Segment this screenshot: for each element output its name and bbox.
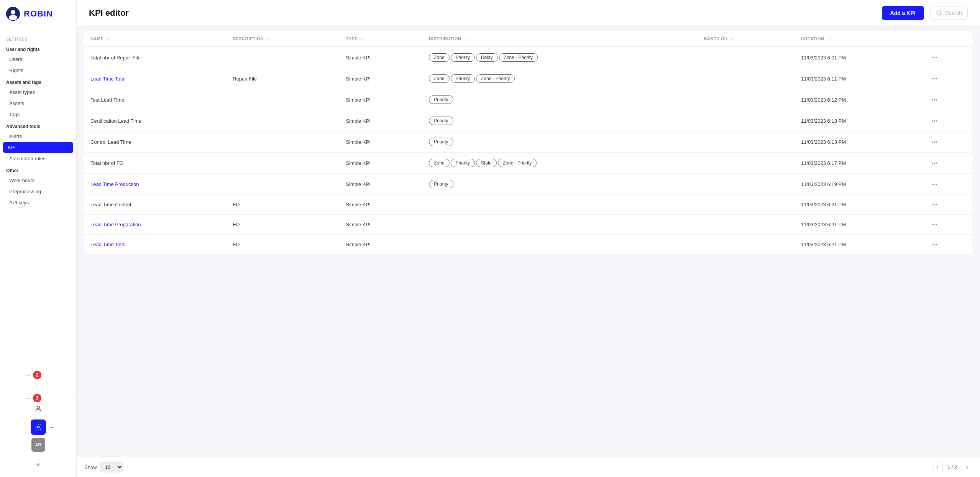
more-actions-button[interactable]: ··· [929,117,939,125]
more-actions-button[interactable]: ··· [929,159,939,168]
cell-description: FO [227,235,340,255]
sidebar-item-alerts[interactable]: Alerts [0,131,76,142]
cell-based-on [698,235,795,255]
person-icon-item[interactable] [31,401,46,416]
cell-type: Simple KPI [340,174,423,195]
cell-name: Lead Time Control [84,195,227,215]
user-initials-avatar[interactable]: AR [31,438,45,452]
main-content: KPI editor Add a KPI Search NAME ↑↓ DESC… [77,0,980,477]
distribution-tag: Delay [476,53,498,62]
cell-distribution [423,215,698,235]
topbar: KPI editor Add a KPI Search [77,0,980,26]
cell-based-on [698,215,795,235]
kpi-name[interactable]: Lead Time Total [90,76,126,82]
cell-creation: 11/03/2023 6:19 PM [795,174,924,195]
sidebar-item-rights[interactable]: Rights [0,65,76,76]
sidebar-item-asset-types[interactable]: Asset types [0,87,76,98]
more-actions-button[interactable]: ··· [929,200,939,209]
gear-icon [34,423,42,431]
more-actions-button[interactable]: ··· [929,220,939,229]
sort-icon-based-on: ↑↓ [730,37,735,41]
sidebar-item-work-hours[interactable]: Work hours [0,175,76,186]
search-bar[interactable]: Search [930,7,968,20]
col-type[interactable]: TYPE ↑↓ [340,31,423,47]
next-page-button[interactable]: › [962,462,972,472]
cell-type: Simple KPI [340,215,423,235]
gear-icon-item[interactable]: ← [31,419,46,435]
sidebar-item-assets[interactable]: Assets [0,98,76,109]
cell-actions: ··· [923,174,972,195]
cell-name: Certification Lead Time [84,110,227,132]
table-row: Certification Lead TimeSimple KPIPriorit… [84,110,972,132]
collapse-button[interactable]: « [0,456,76,472]
cell-distribution [423,195,698,215]
cell-name: Control Lead Time [84,132,227,153]
settings-label: SETTINGS [0,34,76,43]
cell-creation: 11/03/2023 6:13 PM [795,110,924,132]
cell-name: Lead Time Production [84,174,227,195]
page-title: KPI editor [89,8,129,18]
col-distribution[interactable]: DISTRIBUTION ↑↓ [423,31,698,47]
sort-icon-creation: ↑↓ [827,37,831,41]
cell-description [227,89,340,110]
sidebar-item-tags[interactable]: Tags [0,109,76,120]
col-creation[interactable]: CREATION ↑↓ [795,31,924,47]
col-name[interactable]: NAME ↑↓ [84,31,227,47]
sidebar-item-api-keys[interactable]: API keys [0,197,76,208]
search-placeholder: Search [945,10,962,16]
cell-distribution: Priority [423,89,698,110]
cell-distribution: Priority [423,110,698,132]
table-row: Lead Time TotalFOSimple KPI11/03/2023 6:… [84,235,972,255]
prev-page-button[interactable]: ‹ [932,462,943,472]
group-label-other: Other [0,164,76,175]
sidebar-header: ROBIN [0,0,76,28]
kpi-name[interactable]: Lead Time Production [90,181,139,187]
add-kpi-button[interactable]: Add a KPI [882,6,924,20]
col-based-on[interactable]: BASED ON ↑↓ [698,31,795,47]
cell-distribution: ZonePriorityDelayZone - Priority [423,47,698,68]
distribution-tag: Zone - Priority [498,159,537,167]
kpi-name[interactable]: Lead Time Preparation [90,222,141,227]
cell-description: FO [227,195,340,215]
annotation-1: ← [48,423,55,431]
cell-type: Simple KPI [340,68,423,89]
more-actions-button[interactable]: ··· [929,74,939,83]
more-actions-button[interactable]: ··· [929,138,939,146]
table-row: Lead Time TotalRepair FileSimple KPIZone… [84,68,972,89]
cell-distribution: ZonePriorityZone - Priority [423,68,698,89]
more-actions-button[interactable]: ··· [929,240,939,249]
sort-icon-description: ↑↓ [266,37,271,41]
table-row: Control Lead TimeSimple KPIPriority11/03… [84,132,972,153]
sort-icon-distribution: ↑↓ [464,37,468,41]
col-description[interactable]: DESCRIPTION ↑↓ [227,31,340,47]
cell-distribution: ZonePriorityStateZone - Priority [423,153,698,174]
cell-type: Simple KPI [340,89,423,110]
kpi-name: Test Lead Time [90,97,124,103]
cell-distribution [423,235,698,255]
more-actions-button[interactable]: ··· [929,95,939,104]
distribution-tag: Zone [429,74,449,83]
search-icon [936,10,942,16]
svg-point-5 [937,11,941,15]
cell-creation: 11/03/2023 6:01 PM [795,47,924,68]
cell-based-on [698,110,795,132]
cell-description: Repair File [227,68,340,89]
cell-actions: ··· [923,110,972,132]
page-size-select[interactable]: 10 25 50 100 [100,462,123,472]
svg-point-2 [9,15,17,20]
cell-type: Simple KPI [340,153,423,174]
kpi-name[interactable]: Lead Time Total [90,242,126,247]
sidebar-item-automated-rules[interactable]: Automated rules [0,153,76,164]
cell-name: Lead Time Preparation [84,215,227,235]
sidebar-item-users[interactable]: Users [0,54,76,65]
cell-name: Lead Time Total [84,235,227,255]
kpi-name: Total nbr of FO [90,160,123,166]
cell-type: Simple KPI [340,195,423,215]
sidebar-item-kpi[interactable]: KPI [3,142,73,153]
table-row: Lead Time PreparationFOSimple KPI11/03/2… [84,215,972,235]
more-actions-button[interactable]: ··· [929,180,939,189]
more-actions-button[interactable]: ··· [929,53,939,62]
distribution-tag: Priority [451,74,475,83]
sidebar-item-preprocessing[interactable]: Preprocessing [0,186,76,197]
sidebar-bottom: ← AR « [0,393,76,477]
